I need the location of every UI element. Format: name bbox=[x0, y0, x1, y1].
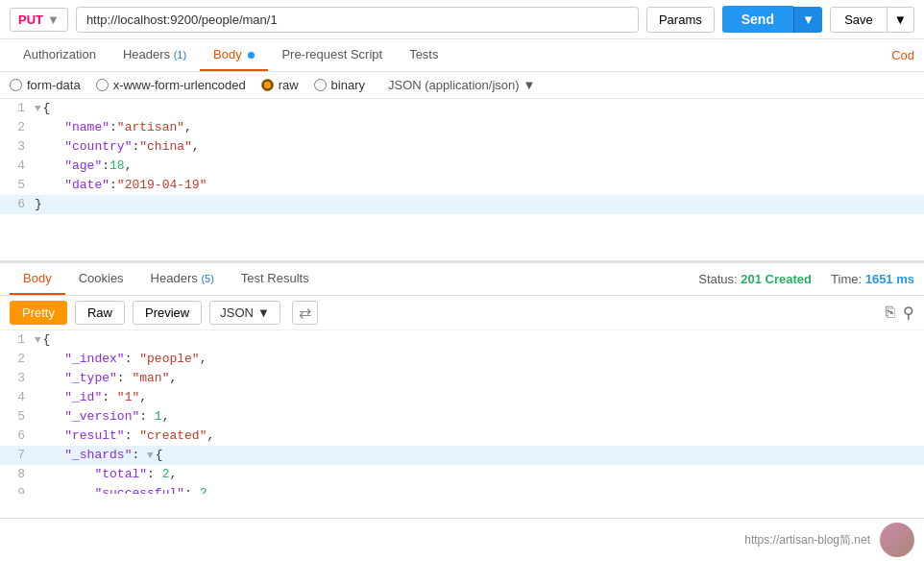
tab-authorization[interactable]: Authorization bbox=[10, 39, 109, 71]
res-tab-body[interactable]: Body bbox=[10, 263, 65, 295]
view-preview-button[interactable]: Preview bbox=[133, 301, 202, 325]
response-tabs: Body Cookies Headers (5) Test Results bbox=[10, 263, 698, 295]
response-json-label: JSON bbox=[220, 305, 254, 320]
params-button[interactable]: Params bbox=[646, 7, 715, 33]
res-line-7: 7 "_shards": ▼{ bbox=[0, 446, 924, 465]
status-label: Status: 201 Created bbox=[698, 272, 812, 286]
time-value: 1651 ms bbox=[865, 272, 914, 286]
option-form-data[interactable]: form-data bbox=[10, 78, 81, 92]
req-line-3: 3 "country":"china", bbox=[0, 137, 924, 157]
res-tab-headers[interactable]: Headers (5) bbox=[137, 263, 228, 295]
res-tab-body-label: Body bbox=[23, 271, 52, 285]
method-dropdown[interactable]: PUT ▼ bbox=[10, 8, 68, 32]
tab-tests-label: Tests bbox=[409, 47, 438, 61]
request-editor[interactable]: 1 ▼{ 2 "name":"artisan", 3 "country":"ch… bbox=[0, 99, 924, 262]
top-bar: PUT ▼ Params Send ▼ Save ▼ bbox=[0, 0, 924, 39]
bottom-url-text: https://artisan-blog简.net bbox=[744, 532, 870, 549]
wrap-icon[interactable]: ⇄ bbox=[292, 301, 318, 325]
save-main-button[interactable]: Save bbox=[830, 7, 888, 33]
tab-tests[interactable]: Tests bbox=[396, 39, 451, 71]
res-line-5: 5 "_version": 1, bbox=[0, 407, 924, 427]
res-line-6: 6 "result": "created", bbox=[0, 427, 924, 446]
json-selector-label: JSON (application/json) bbox=[388, 78, 520, 92]
send-main-button[interactable]: Send bbox=[722, 6, 793, 33]
response-json-chevron-icon: ▼ bbox=[257, 305, 270, 320]
response-header: Body Cookies Headers (5) Test Results St… bbox=[0, 263, 924, 296]
option-binary[interactable]: binary bbox=[314, 78, 365, 92]
response-status-bar: Status: 201 Created Time: 1651 ms bbox=[698, 264, 914, 294]
res-line-9: 9 "successful": 2, bbox=[0, 484, 924, 494]
body-options-bar: form-data x-www-form-urlencoded raw bina… bbox=[0, 72, 924, 99]
method-label: PUT bbox=[18, 12, 43, 27]
req-line-6: 6 } bbox=[0, 195, 924, 214]
send-button-group: Send ▼ bbox=[722, 6, 822, 33]
code-link[interactable]: Cod bbox=[891, 48, 914, 62]
tab-headers-badge: (1) bbox=[174, 49, 186, 61]
req-line-1: 1 ▼{ bbox=[0, 99, 924, 118]
avatar bbox=[880, 523, 914, 557]
req-line-4: 4 "age":18, bbox=[0, 157, 924, 176]
req-line-2: 2 "name":"artisan", bbox=[0, 118, 924, 137]
tab-body[interactable]: Body bbox=[200, 39, 268, 71]
response-toolbar-icons: ⎘ ⚲ bbox=[886, 304, 914, 322]
response-json-selector[interactable]: JSON ▼ bbox=[209, 301, 280, 325]
res-tab-test-results-label: Test Results bbox=[241, 271, 309, 285]
option-raw[interactable]: raw bbox=[261, 78, 299, 92]
response-section: Body Cookies Headers (5) Test Results St… bbox=[0, 262, 924, 494]
res-tab-cookies[interactable]: Cookies bbox=[65, 263, 137, 295]
status-code-value: 201 Created bbox=[741, 272, 812, 286]
tab-headers-label: Headers bbox=[123, 47, 170, 61]
res-line-8: 8 "total": 2, bbox=[0, 465, 924, 484]
time-label: Time: 1651 ms bbox=[831, 272, 914, 286]
save-button-group: Save ▼ bbox=[830, 7, 914, 33]
search-icon[interactable]: ⚲ bbox=[903, 304, 914, 322]
option-urlencoded[interactable]: x-www-form-urlencoded bbox=[96, 78, 246, 92]
request-tabs: Authorization Headers (1) Body Pre-reque… bbox=[0, 39, 924, 72]
code-link-label: Cod bbox=[891, 48, 914, 62]
res-line-2: 2 "_index": "people", bbox=[0, 350, 924, 369]
tab-body-dot bbox=[248, 52, 255, 59]
tab-pre-request[interactable]: Pre-request Script bbox=[268, 39, 396, 71]
res-line-3: 3 "_type": "man", bbox=[0, 369, 924, 388]
response-toolbar: Pretty Raw Preview JSON ▼ ⇄ ⎘ ⚲ bbox=[0, 296, 924, 330]
res-line-4: 4 "_id": "1", bbox=[0, 388, 924, 407]
res-line-1: 1 ▼{ bbox=[0, 330, 924, 350]
url-input[interactable] bbox=[76, 7, 639, 33]
res-tab-headers-badge: (5) bbox=[201, 273, 213, 284]
send-dropdown-button[interactable]: ▼ bbox=[793, 7, 822, 33]
res-tab-headers-label: Headers bbox=[151, 271, 198, 285]
copy-icon[interactable]: ⎘ bbox=[886, 304, 895, 322]
json-type-selector[interactable]: JSON (application/json) ▼ bbox=[388, 78, 535, 92]
save-dropdown-button[interactable]: ▼ bbox=[888, 7, 914, 33]
tab-headers[interactable]: Headers (1) bbox=[109, 39, 200, 71]
json-selector-chevron-icon: ▼ bbox=[523, 78, 536, 92]
res-tab-test-results[interactable]: Test Results bbox=[228, 263, 323, 295]
res-tab-cookies-label: Cookies bbox=[79, 271, 124, 285]
req-line-5: 5 "date":"2019-04-19" bbox=[0, 176, 924, 195]
tab-authorization-label: Authorization bbox=[23, 47, 96, 61]
method-chevron-icon: ▼ bbox=[47, 12, 60, 27]
view-pretty-button[interactable]: Pretty bbox=[10, 301, 67, 325]
tab-body-label: Body bbox=[213, 47, 242, 61]
tab-pre-request-label: Pre-request Script bbox=[281, 47, 382, 61]
view-raw-button[interactable]: Raw bbox=[75, 301, 125, 325]
bottom-strip: https://artisan-blog简.net bbox=[0, 518, 924, 561]
response-editor[interactable]: 1 ▼{ 2 "_index": "people", 3 "_type": "m… bbox=[0, 330, 924, 494]
